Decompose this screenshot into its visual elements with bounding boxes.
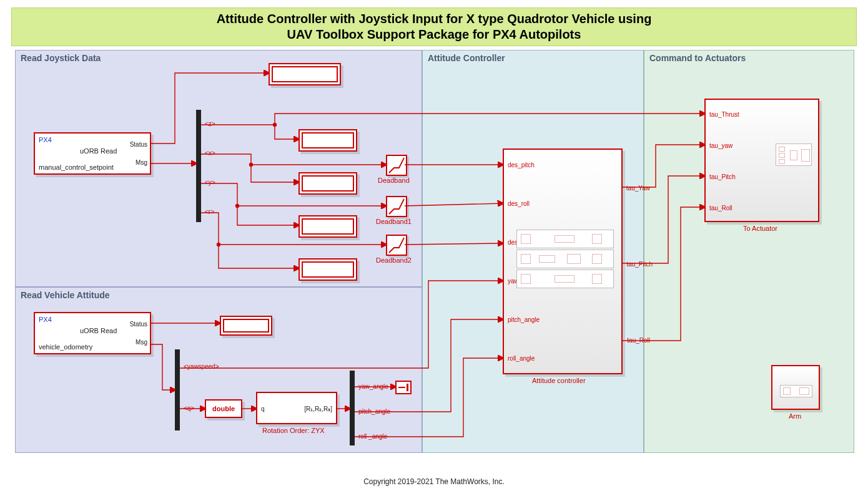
arm-mini <box>780 385 812 397</box>
ta-in-tau-pitch: tau_Pitch <box>709 173 736 180</box>
port-status-veh: Status <box>130 321 147 328</box>
ac-in-des-roll: des_roll <box>508 200 530 207</box>
label-deadband1: Deadband1 <box>376 218 412 225</box>
dm-pitch-angle: pitch_angle <box>358 408 390 415</box>
display-y[interactable] <box>298 215 357 238</box>
uorb-read-label: uORB Read <box>80 147 117 155</box>
uorb-topic-veh: vehicle_odometry <box>39 343 92 351</box>
bus-selector-joystick[interactable] <box>196 110 201 222</box>
port-msg-veh: Msg <box>136 339 147 346</box>
bus-sig-z: <z> <box>205 120 215 127</box>
ac-mini-1 <box>516 230 614 248</box>
display-z[interactable] <box>298 129 357 152</box>
ac-out-tau-roll: tau_Roll <box>627 337 650 344</box>
block-deadband2[interactable] <box>386 235 407 256</box>
title-line-2: UAV Toolbox Support Package for PX4 Auto… <box>12 27 856 42</box>
port-status-joy: Status <box>130 141 147 148</box>
region-label-vehicle: Read Vehicle Attitude <box>16 288 422 303</box>
terminator-yaw-angle[interactable] <box>395 381 412 394</box>
block-deadband[interactable] <box>386 155 407 176</box>
ac-in-des-pitch: des_pitch <box>508 162 535 168</box>
region-label-attitude: Attitude Controller <box>423 51 643 66</box>
bus-sig-q: <q> <box>184 405 194 412</box>
ta-in-tau-roll: tau_Roll <box>709 205 732 211</box>
ac-in-pitch-angle: pitch_angle <box>508 316 540 323</box>
ac-mini-2 <box>516 250 614 268</box>
display-x[interactable] <box>298 172 357 195</box>
ta-in-tau-yaw: tau_yaw <box>709 142 732 149</box>
label-deadband: Deadband <box>378 177 410 184</box>
copyright-text: Copyright 2019-2021 The MathWorks, Inc. <box>0 477 868 486</box>
arm-label: Arm <box>789 412 801 420</box>
ac-in-roll-angle: roll_angle <box>508 355 535 362</box>
label-deadband2: Deadband2 <box>376 256 412 264</box>
ac-out-tau-yaw: tau_Yaw <box>626 185 650 192</box>
ac-label: Attitude controller <box>532 377 586 384</box>
q2e-label: Rotation Order: ZYX <box>262 427 325 434</box>
ta-label: To Actuator <box>743 225 777 232</box>
title-banner: Attitude Controller with Joystick Input … <box>11 7 857 46</box>
region-label-joystick: Read Joystick Data <box>16 51 422 66</box>
bus-sig-x: <x> <box>205 150 215 157</box>
bus-sig-y: <y> <box>205 179 215 186</box>
subsystem-to-actuator[interactable]: tau_Thrust tau_yaw tau_Pitch tau_Roll <box>704 99 819 222</box>
bus-sig-yawspeed: <yawspeed> <box>184 363 219 370</box>
subsystem-arm[interactable] <box>771 365 820 410</box>
q2e-in: q <box>261 406 265 412</box>
display-r[interactable] <box>298 258 357 281</box>
q2e-out: [R₁,R₂,R₃] <box>304 406 332 412</box>
block-uorb-read-joystick[interactable]: PX4 uORB Read manual_control_setpoint St… <box>34 132 151 175</box>
subsystem-attitude-controller[interactable]: des_pitch des_roll des_yaw_rate yaw_rate… <box>503 148 623 374</box>
bus-selector-vehicle[interactable] <box>175 349 180 430</box>
block-quat-to-euler[interactable]: q [R₁,R₂,R₃] <box>256 392 337 424</box>
block-uorb-read-vehicle[interactable]: PX4 uORB Read vehicle_odometry Status Ms… <box>34 312 151 354</box>
block-deadband1[interactable] <box>386 196 407 217</box>
bus-sig-r: <r> <box>205 208 214 215</box>
display-status-veh[interactable] <box>220 316 272 336</box>
block-cast-double[interactable]: double <box>205 399 242 418</box>
ac-mini-3 <box>516 270 614 288</box>
cast-text: double <box>212 405 235 412</box>
port-msg-joy: Msg <box>136 159 147 166</box>
dm-roll-angle: roll _angle <box>358 433 387 440</box>
demux-angles[interactable] <box>350 371 355 445</box>
dm-yaw-angle: yaw_angle <box>358 383 388 390</box>
ta-in-tau-thrust: tau_Thrust <box>709 111 739 118</box>
title-line-1: Attitude Controller with Joystick Input … <box>12 12 856 26</box>
ac-out-tau-pitch: tau_Pitch <box>626 261 653 268</box>
uorb-topic-joy: manual_control_setpoint <box>39 163 114 171</box>
ta-mini <box>776 143 812 166</box>
region-label-command: Command to Actuators <box>644 51 854 66</box>
px4-label-veh: PX4 <box>39 316 52 323</box>
px4-label: PX4 <box>39 136 52 143</box>
uorb-read-label-veh: uORB Read <box>80 327 117 334</box>
display-status-joy[interactable] <box>269 63 341 85</box>
